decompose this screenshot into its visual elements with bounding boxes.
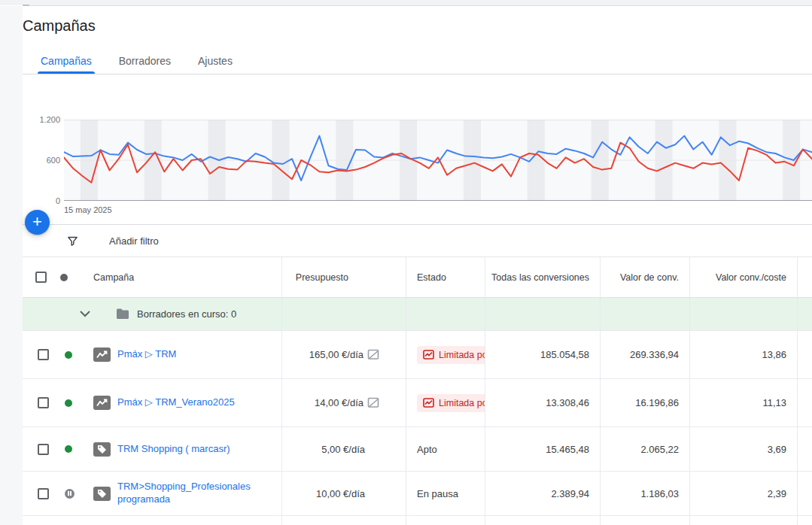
row-checkbox[interactable] bbox=[38, 444, 49, 455]
table-row: TRM>Shopping_Profesionales programada 10… bbox=[23, 472, 812, 516]
header-valor-conv-coste[interactable]: Valor conv./coste bbox=[690, 257, 798, 298]
filter-funnel-icon bbox=[66, 235, 79, 247]
limited-by-budget-badge[interactable]: Limitada por bbox=[417, 394, 485, 412]
row-checkbox[interactable] bbox=[38, 488, 49, 499]
estado-badge-label: Limitada por bbox=[439, 350, 485, 360]
tab-bar: Campañas Borradores Ajustes bbox=[23, 48, 812, 74]
chart-alert-icon bbox=[423, 350, 434, 360]
shopping-campaign-icon bbox=[93, 442, 111, 457]
y-tick-label: 1.200 bbox=[23, 114, 60, 125]
campaign-link[interactable]: TRM Shopping ( marcasr) bbox=[117, 443, 230, 456]
plus-icon: + bbox=[32, 212, 42, 232]
conversions-cell: 15.465,48 bbox=[485, 427, 601, 472]
header-presupuesto[interactable]: Presupuesto bbox=[282, 257, 406, 298]
budget-cell[interactable]: 10,00 €/día bbox=[282, 472, 406, 516]
status-enabled-icon[interactable] bbox=[65, 445, 72, 453]
folder-icon bbox=[116, 308, 129, 320]
header-campana[interactable]: Campaña bbox=[23, 257, 282, 298]
budget-value: 5,00 €/día bbox=[321, 444, 365, 455]
crossed-box-icon bbox=[367, 397, 380, 408]
budget-cell[interactable]: 5,00 €/día bbox=[282, 427, 406, 472]
crossed-box-icon bbox=[367, 349, 380, 360]
top-strip bbox=[0, 0, 812, 5]
status-paused-icon[interactable] bbox=[65, 489, 75, 499]
budget-value: 14,00 €/día bbox=[315, 397, 363, 408]
budget-value: 165,00 €/día bbox=[309, 349, 363, 360]
header-estado[interactable]: Estado bbox=[406, 257, 485, 298]
tab-borradores-label: Borradores bbox=[119, 55, 171, 67]
campaigns-table: Campaña Presupuesto Estado Todas las con… bbox=[23, 257, 812, 525]
estado-cell[interactable]: Limitada por bbox=[406, 331, 485, 379]
status-column-icon bbox=[60, 274, 68, 281]
estado-cell[interactable]: En pausa bbox=[406, 472, 485, 516]
header-valor-de-conv[interactable]: Valor de conv. bbox=[601, 257, 690, 298]
chart-svg bbox=[64, 120, 812, 201]
table-header-row: Campaña Presupuesto Estado Todas las con… bbox=[23, 257, 812, 298]
chevron-down-icon[interactable] bbox=[80, 311, 90, 317]
tab-campanas[interactable]: Campañas bbox=[32, 48, 101, 74]
tab-ajustes-label: Ajustes bbox=[198, 55, 233, 67]
table-row: Pmáx ▷ TRM 165,00 €/día Limitada por 185… bbox=[23, 331, 812, 379]
chart-x-start-label: 15 may 2025 bbox=[64, 205, 112, 214]
filter-bar[interactable]: Añadir filtro bbox=[23, 224, 812, 257]
budget-cell[interactable]: 165,00 €/día bbox=[282, 331, 406, 379]
table-row: Pmáx ▷ TRM_Verano2025 14,00 €/día Limita… bbox=[23, 379, 812, 427]
conv-value-cell: 1.186,03 bbox=[601, 472, 690, 516]
campaign-link[interactable]: Pmáx ▷ TRM_Verano2025 bbox=[117, 396, 235, 409]
table-row-partial bbox=[23, 516, 812, 525]
pmax-campaign-icon bbox=[93, 396, 111, 410]
conv-value-cost-cell: 2,39 bbox=[690, 472, 798, 516]
tab-borradores[interactable]: Borradores bbox=[110, 48, 180, 74]
conv-value-cell: 16.196,86 bbox=[601, 379, 690, 427]
estado-cell[interactable]: Apto bbox=[406, 427, 485, 472]
campaigns-page: Campañas Campañas Borradores Ajustes 1.2… bbox=[0, 0, 812, 525]
estado-cell[interactable]: Limitada por bbox=[406, 379, 485, 427]
top-divider-start bbox=[23, 5, 29, 6]
performance-chart[interactable]: 1.2006000 15 may 2025 bbox=[0, 83, 812, 226]
chart-plot-area[interactable] bbox=[64, 120, 812, 201]
campaign-link[interactable]: TRM>Shopping_Profesionales programada bbox=[117, 481, 247, 506]
conversions-cell: 2.389,94 bbox=[485, 472, 601, 516]
tab-ajustes[interactable]: Ajustes bbox=[189, 48, 242, 74]
estado-badge-label: Limitada por bbox=[439, 398, 485, 408]
limited-by-budget-badge[interactable]: Limitada por bbox=[417, 346, 485, 364]
tab-campanas-label: Campañas bbox=[41, 55, 92, 67]
pmax-campaign-icon bbox=[93, 347, 111, 362]
conv-value-cell: 269.336,94 bbox=[601, 331, 690, 379]
table-row: TRM Shopping ( marcasr) 5,00 €/día Apto … bbox=[23, 427, 812, 472]
add-campaign-button[interactable]: + bbox=[25, 210, 50, 235]
header-campana-label: Campaña bbox=[93, 272, 134, 283]
add-filter-label: Añadir filtro bbox=[109, 235, 159, 247]
chart-alert-icon bbox=[423, 398, 434, 408]
budget-value: 10,00 €/día bbox=[316, 488, 365, 499]
conv-value-cell: 2.065,22 bbox=[601, 427, 690, 472]
conv-value-cost-cell: 3,69 bbox=[690, 427, 798, 472]
row-checkbox[interactable] bbox=[38, 349, 49, 360]
y-tick-label: 600 bbox=[23, 155, 60, 165]
drafts-group-label: Borradores en curso: 0 bbox=[137, 308, 236, 320]
status-enabled-icon[interactable] bbox=[65, 351, 72, 359]
page-title: Campañas bbox=[23, 17, 96, 35]
status-enabled-icon[interactable] bbox=[65, 399, 72, 407]
conversions-cell: 13.308,46 bbox=[485, 379, 601, 427]
conv-value-cost-cell: 11,13 bbox=[690, 379, 798, 427]
conversions-cell: 185.054,58 bbox=[485, 331, 601, 379]
drafts-group-row[interactable]: Borradores en curso: 0 bbox=[23, 298, 812, 331]
top-divider bbox=[23, 5, 812, 6]
campaign-link[interactable]: Pmáx ▷ TRM bbox=[117, 348, 176, 361]
select-all-checkbox[interactable] bbox=[35, 272, 47, 283]
conv-value-cost-cell: 13,86 bbox=[690, 331, 798, 379]
header-todas-las-conversiones[interactable]: Todas las conversiones bbox=[485, 257, 601, 298]
header-extra bbox=[798, 257, 812, 298]
y-tick-label: 0 bbox=[23, 196, 60, 206]
shopping-campaign-icon bbox=[93, 487, 111, 501]
row-checkbox[interactable] bbox=[38, 397, 49, 408]
budget-cell[interactable]: 14,00 €/día bbox=[282, 379, 406, 427]
